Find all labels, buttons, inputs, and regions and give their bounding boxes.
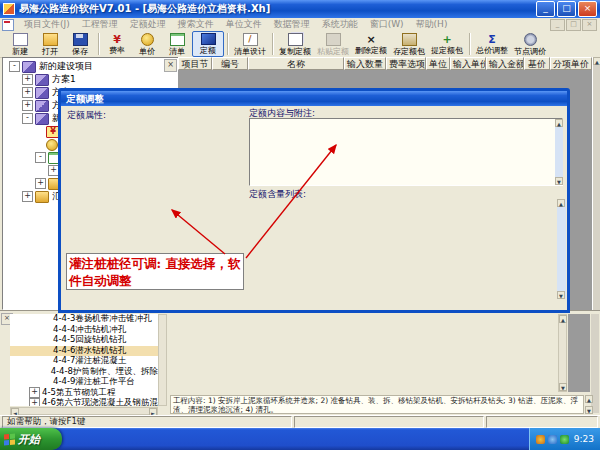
tree-expander-icon[interactable]: + — [22, 191, 33, 202]
toolbar-button-open-folder[interactable]: 打开 — [35, 31, 65, 57]
tray-icon-1[interactable] — [536, 435, 545, 444]
close-button[interactable]: × — [578, 1, 597, 17]
panel-close-icon[interactable]: × — [164, 59, 177, 72]
mdi-minimize-button[interactable]: _ — [550, 19, 565, 31]
project-icon — [35, 87, 49, 99]
toolbar-button-save[interactable]: 保存 — [65, 31, 95, 57]
tree-expander-icon[interactable]: - — [22, 113, 33, 124]
menu-item[interactable]: 定额处理 — [124, 18, 172, 31]
copy-icon — [288, 33, 303, 46]
notes-box — [249, 118, 563, 186]
quota-icon — [201, 33, 216, 45]
menu-item[interactable]: 项目文件(J) — [18, 18, 76, 31]
toolbar-button-label: 保存 — [72, 47, 88, 56]
tree-item-label: 4-6第六节现浇混凝土及钢筋混凝土 — [42, 397, 158, 406]
window-titlebar: 易海公路造价软件V7.01 - [易海公路造价立档资料.Xh] _ □ × — [0, 0, 600, 18]
node-price-icon — [524, 33, 537, 46]
toolbar-button-label: 单价 — [139, 47, 155, 56]
toolbar-button-label: 定额 — [200, 46, 216, 55]
quota-adjust-dialog: 定额调整 定额属性: 灌注桩桩径可调: 直接选择，软件自动调整 定额内容与附注:… — [58, 88, 570, 313]
toolbar-button-copy[interactable]: 复制定额 — [276, 31, 314, 57]
status-text: 如需帮助，请按F1键 — [2, 416, 292, 428]
toolbar-button-node-price[interactable]: 节点调价 — [511, 31, 549, 57]
tree-expander-icon[interactable]: - — [35, 152, 46, 163]
status-cell — [486, 416, 598, 428]
tree-item[interactable]: +方案1 — [3, 73, 179, 86]
toolbar-group: 新建打开保存 — [2, 31, 98, 57]
list-design-icon: / — [243, 33, 258, 46]
toolbar-button-new-doc[interactable]: 新建 — [5, 31, 35, 57]
toolbar-button-quota[interactable]: 定额 — [192, 31, 224, 57]
tree-expander-icon[interactable]: + — [29, 387, 40, 398]
save-icon — [73, 33, 88, 46]
quota-select-panel: × 4-4-3卷扬机带冲击锥冲孔4-4-4冲击钻机冲孔4-4-5回旋钻机钻孔4-… — [0, 310, 600, 416]
mdi-restore-button[interactable]: □ — [566, 19, 581, 31]
tree-expander-icon[interactable]: + — [22, 87, 33, 98]
toolbar-button-list[interactable]: 清单 — [162, 31, 192, 57]
toolbar-group: ¥费率单价清单定额 — [99, 31, 227, 57]
tree-item-label: 新的建设项目 — [39, 60, 93, 73]
delete-icon: × — [365, 34, 378, 45]
menu-item[interactable]: 窗口(W) — [364, 18, 410, 31]
toolbar-button-delete[interactable]: ×删除定额 — [352, 31, 390, 57]
dialog-titlebar[interactable]: 定额调整 — [61, 91, 567, 106]
mdi-close-button[interactable]: × — [582, 19, 597, 31]
menu-item[interactable]: 工程管理 — [76, 18, 124, 31]
tree-item[interactable]: -新的建设项目 — [3, 60, 179, 73]
chapter-tree-hscrollbar[interactable]: ◄► — [10, 407, 158, 415]
quota-list-label: 定额含量列表: — [249, 188, 306, 201]
toolbar-button-label: 费率 — [109, 46, 125, 55]
table-header-row: 项目节编号名称输入数量费率选项单位输入单价输入金额基价分项单价 — [178, 57, 592, 70]
menu-item[interactable]: 系统功能 — [316, 18, 364, 31]
annotation-note: 灌注桩桩径可调: 直接选择，软件自动调整 — [66, 253, 244, 290]
toolbar-button-rate[interactable]: ¥费率 — [102, 31, 132, 57]
toolbar-group: 复制定额粘贴定额×删除定额存定额包+提定额包 — [273, 31, 469, 57]
open-folder-icon — [43, 33, 58, 46]
toolbar-button-sigma[interactable]: Σ总价调整 — [473, 31, 511, 57]
new-doc-icon — [13, 33, 28, 46]
taskbar-clock: 9:23 — [574, 434, 594, 444]
toolbar-button-label: 删除定额 — [355, 46, 387, 55]
chapter-tree: 4-4-3卷扬机带冲击锥冲孔4-4-4冲击钻机冲孔4-4-5回旋钻机钻孔4-4-… — [10, 314, 158, 406]
tree-expander-icon[interactable]: + — [22, 100, 33, 111]
header-cell: 基价 — [524, 57, 550, 70]
menu-item[interactable]: 单位文件 — [220, 18, 268, 31]
toolbar-button-save-package[interactable]: 存定额包 — [390, 31, 428, 57]
menu-items: 项目文件(J)工程管理定额处理搜索文件单位文件数据管理系统功能窗口(W)帮助(H… — [18, 18, 453, 31]
menu-item[interactable]: 数据管理 — [268, 18, 316, 31]
quota-table-scrollbar[interactable]: ▲▼ — [558, 314, 567, 392]
minimize-button[interactable]: _ — [536, 1, 555, 17]
save-package-icon — [402, 33, 417, 46]
tree-item[interactable]: +4-6第六节现浇混凝土及钢筋混凝土 — [10, 398, 158, 406]
window-title: 易海公路造价软件V7.01 - [易海公路造价立档资料.Xh] — [19, 2, 534, 16]
toolbar-button-label: 新建 — [12, 47, 28, 56]
tray-icon-2[interactable] — [548, 435, 557, 444]
note-scrollbar[interactable]: ▲▼ — [585, 395, 593, 414]
quota-content-scrollbar[interactable]: ▲▼ — [557, 199, 566, 299]
notes-scrollbar[interactable]: ▲▼ — [555, 119, 563, 185]
toolbar-button-list-design[interactable]: /清单设计 — [231, 31, 269, 57]
tray-icon-3[interactable] — [560, 435, 569, 444]
status-bar: 如需帮助，请按F1键 — [0, 415, 600, 428]
maximize-button[interactable]: □ — [557, 1, 576, 17]
project-icon — [22, 61, 36, 73]
toolbar-button-price[interactable]: 单价 — [132, 31, 162, 57]
status-cell — [294, 416, 484, 428]
menu-item[interactable]: 帮助(H) — [410, 18, 454, 31]
app-icon — [3, 3, 15, 15]
main-grid-scrollbar[interactable]: ▲ — [592, 57, 600, 310]
toolbar-button-label: 清单 — [169, 47, 185, 56]
tree-expander-icon[interactable]: - — [9, 61, 20, 72]
taskbar: 开始 9:23 — [0, 428, 600, 450]
header-cell: 输入单价 — [450, 57, 486, 70]
start-button[interactable]: 开始 — [0, 428, 62, 450]
chapter-tree-vscrollbar[interactable] — [158, 314, 167, 406]
tree-expander-icon[interactable]: + — [35, 178, 46, 189]
toolbar-button-get-package[interactable]: +提定额包 — [428, 31, 466, 57]
project-icon — [35, 113, 49, 125]
tree-expander-icon[interactable]: + — [29, 398, 40, 406]
toolbar-group: /清单设计 — [228, 31, 272, 57]
windows-flag-icon — [4, 433, 15, 445]
menu-item[interactable]: 搜索文件 — [172, 18, 220, 31]
tree-expander-icon[interactable]: + — [22, 74, 33, 85]
